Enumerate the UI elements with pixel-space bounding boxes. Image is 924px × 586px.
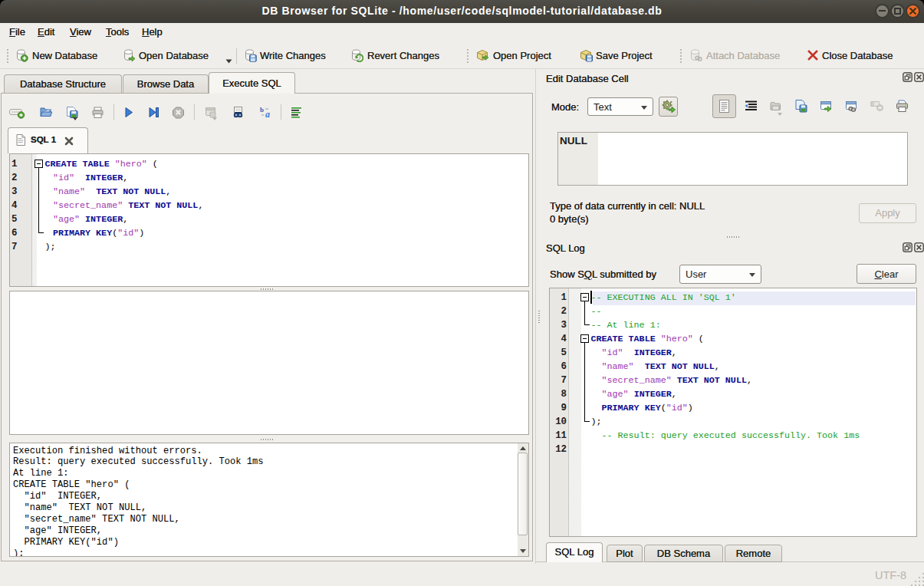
svg-text:b: b <box>260 106 264 114</box>
svg-text:a: a <box>265 109 270 119</box>
